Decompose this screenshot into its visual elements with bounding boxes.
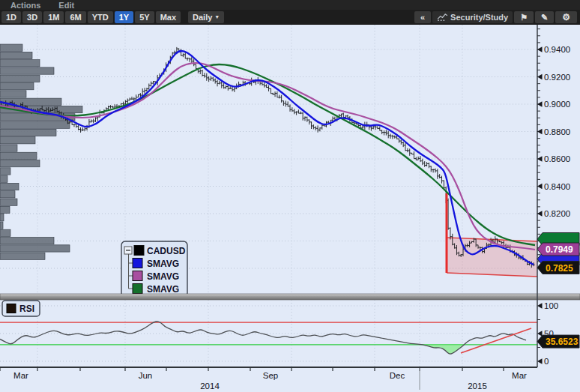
volume-bar (0, 129, 56, 136)
axis-tick-label: 0.8600 (544, 154, 570, 163)
volume-bar (0, 214, 4, 221)
collapse-panel-button[interactable]: « (414, 11, 431, 23)
menu-edit[interactable]: Edit (58, 1, 74, 10)
year-label: 2015 (468, 382, 487, 391)
range-button-1m[interactable]: 1M (43, 11, 64, 23)
rsi-label: RSI (19, 304, 34, 314)
flag-icon[interactable]: ⚑ (514, 11, 534, 23)
legend-label: CADUSD (147, 246, 186, 256)
month-label: Sep (263, 371, 278, 380)
volume-bar (0, 222, 3, 229)
volume-bar (0, 160, 40, 167)
price-tag: 0.7949 (537, 243, 579, 256)
rsi-legend-box[interactable]: RSI (2, 301, 40, 316)
volume-bar (0, 83, 34, 90)
legend-box[interactable]: CADUSDSMAVGSMAVGSMAVG (121, 241, 187, 297)
legend-label: SMAVG (147, 259, 179, 269)
month-label: Mar (512, 371, 527, 380)
month-label: Mar (13, 371, 28, 380)
chart-line-icon (437, 13, 448, 22)
range-button-ytd[interactable]: YTD (88, 11, 113, 23)
period-dropdown[interactable]: Daily ▼ (188, 11, 224, 23)
axis-tick-label: 100 (544, 301, 558, 310)
range-button-max[interactable]: Max (156, 11, 181, 23)
volume-bar (0, 168, 10, 175)
axis-tick-label: 0.8200 (544, 209, 570, 218)
volume-bar (0, 229, 10, 236)
toolbar: 1D3D1M6MYTD1Y5YMax Daily ▼ « Security/St… (0, 10, 580, 25)
legend-swatch (133, 284, 142, 294)
range-button-6m[interactable]: 6M (65, 11, 85, 23)
volume-bar (0, 60, 40, 67)
axis-tick-label: 0.8800 (544, 127, 570, 136)
legend-label: SMAVG (147, 271, 179, 282)
volume-bar (0, 238, 54, 244)
menubar: Actions Edit (0, 0, 580, 10)
axis-tick-label: 0 (544, 357, 549, 366)
volume-bar (0, 44, 22, 51)
period-label: Daily (193, 11, 212, 23)
legend-swatch (134, 246, 144, 256)
volume-bar (0, 75, 40, 82)
legend-swatch (133, 259, 142, 268)
range-button-1d[interactable]: 1D (1, 11, 21, 23)
axis-tick-label: 0.9400 (544, 45, 570, 54)
volume-bar (0, 206, 10, 213)
volume-bar (0, 183, 19, 190)
volume-bar (0, 91, 26, 97)
month-label: Dec (390, 371, 405, 380)
range-button-1y[interactable]: 1Y (115, 11, 133, 23)
price-chart-canvas[interactable]: CADUSDSMAVGSMAVGSMAVGRSI0.94000.92000.90… (0, 25, 580, 392)
month-label: Jun (139, 371, 153, 380)
menu-actions[interactable]: Actions (10, 1, 40, 10)
price-tag: 35.6523 (537, 335, 579, 348)
rsi-swatch (7, 304, 16, 313)
gear-icon[interactable]: ⚙ (555, 11, 577, 23)
legend-label: SMAVG (147, 284, 179, 295)
volume-bar (0, 121, 70, 128)
security-study-button[interactable]: Security/Study (432, 11, 513, 23)
volume-bar (0, 52, 32, 58)
panel-separator[interactable] (0, 294, 580, 300)
axis-tick-label: 0.9200 (544, 73, 570, 82)
volume-bar (0, 191, 15, 198)
volume-bar (0, 175, 7, 182)
price-tag-value: 35.6523 (546, 337, 579, 347)
price-tag-value: 0.7825 (546, 263, 573, 274)
volume-bar (0, 199, 17, 205)
volume-bar (0, 145, 17, 151)
range-button-group: 1D3D1M6MYTD1Y5YMax (1, 11, 182, 23)
toolbar-right-group: « Security/Study ⚑ ✎ ⚙ (414, 11, 579, 23)
application-window: Actions Edit 1D3D1M6MYTD1Y5YMax Daily ▼ … (0, 0, 580, 392)
volume-bar (0, 137, 35, 144)
volume-bar (0, 152, 37, 159)
volume-bar (0, 245, 70, 252)
legend-swatch (133, 271, 142, 281)
range-button-3d[interactable]: 3D (22, 11, 42, 23)
security-study-label: Security/Study (450, 11, 508, 23)
range-button-5y[interactable]: 5Y (135, 11, 154, 23)
volume-bar (0, 67, 54, 74)
year-label: 2014 (200, 382, 220, 391)
chevron-down-icon: ▼ (214, 11, 220, 23)
axis-tick-label: 0.9000 (544, 100, 570, 109)
price-tag-value: 0.7949 (546, 244, 573, 255)
axis-tick-label: 0.8400 (544, 182, 570, 191)
price-tag: 0.7825 (537, 262, 579, 274)
annotate-icon[interactable]: ✎ (535, 11, 554, 23)
chart-background (0, 25, 580, 392)
volume-bar (0, 253, 45, 259)
